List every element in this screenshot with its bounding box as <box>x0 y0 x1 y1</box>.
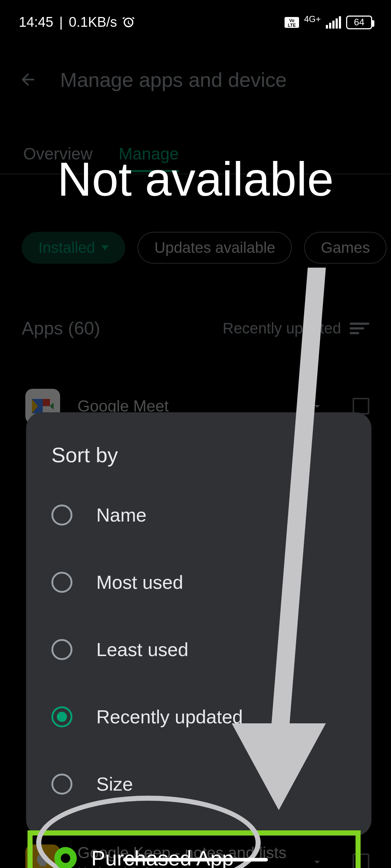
svg-rect-3 <box>326 25 328 29</box>
svg-text:LTE: LTE <box>288 23 296 28</box>
status-bar: 14:45 | 0.1KB/s VoLTE 4G+ 64 <box>0 0 391 34</box>
alarm-icon <box>121 15 136 30</box>
battery-icon: 64 <box>346 16 372 29</box>
radio-icon <box>51 505 72 526</box>
status-time: 14:45 <box>19 14 53 30</box>
svg-rect-7 <box>339 16 341 29</box>
dialog-title: Sort by <box>26 443 371 481</box>
svg-rect-5 <box>332 21 335 29</box>
gesture-nav-bar[interactable] <box>123 858 268 861</box>
sort-option-least-used[interactable]: Least used <box>26 616 371 683</box>
volte-icon: VoLTE <box>285 17 299 28</box>
svg-rect-6 <box>336 18 338 29</box>
signal-icon <box>326 16 341 29</box>
svg-text:Vo: Vo <box>289 18 294 23</box>
status-net-speed: 0.1KB/s <box>69 14 117 30</box>
sort-option-size[interactable]: Size <box>26 750 371 818</box>
radio-icon <box>51 706 72 727</box>
radio-icon <box>51 639 72 660</box>
sort-dialog: Sort by Name Most used Least used Recent… <box>26 412 371 836</box>
network-label: 4G+ <box>304 14 321 24</box>
radio-icon <box>51 774 72 795</box>
sort-option-most-used[interactable]: Most used <box>26 549 371 616</box>
battery-pct: 64 <box>354 17 365 28</box>
sort-option-name[interactable]: Name <box>26 481 371 549</box>
sort-option-recently-updated[interactable]: Recently updated <box>26 683 371 750</box>
radio-icon <box>51 572 72 593</box>
svg-rect-4 <box>329 23 331 29</box>
